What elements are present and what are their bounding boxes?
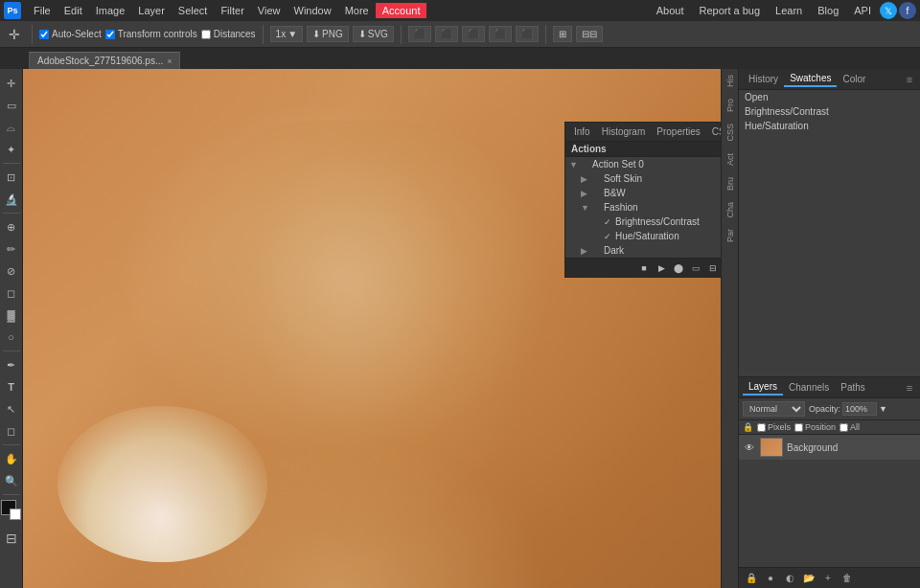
facebook-icon[interactable]: f xyxy=(899,2,916,19)
rab-his[interactable]: His xyxy=(722,69,738,93)
lf-lock-btn[interactable]: 🔒 xyxy=(743,570,760,587)
lf-new-btn[interactable]: + xyxy=(819,570,837,587)
transform-input[interactable] xyxy=(105,30,115,39)
clone-tool[interactable]: ⊘ xyxy=(1,260,22,282)
background-color[interactable] xyxy=(10,509,21,520)
menu-edit[interactable]: Edit xyxy=(58,3,89,18)
png-export[interactable]: ⬇ PNG xyxy=(307,26,349,42)
menu-image[interactable]: Image xyxy=(89,3,132,18)
tab-paths[interactable]: Paths xyxy=(835,380,871,395)
warp-btn[interactable]: ⊟⊟ xyxy=(576,26,603,42)
panel-menu-icon[interactable]: ≡ xyxy=(903,73,916,86)
ap-new-btn[interactable]: ⊟ xyxy=(705,260,721,276)
svg-export[interactable]: ⬇ SVG xyxy=(353,26,394,42)
action-dark[interactable]: ▶ Dark xyxy=(565,243,721,258)
tab-color[interactable]: Color xyxy=(837,72,871,86)
lock-all[interactable]: All xyxy=(840,422,860,432)
align-btn-5[interactable]: ⬛ xyxy=(516,26,539,42)
hand-tool[interactable]: ✋ xyxy=(1,448,22,469)
tab-close[interactable]: × xyxy=(167,57,172,66)
lock-position-input[interactable] xyxy=(794,423,803,432)
ap-tab-histogram[interactable]: Histogram xyxy=(597,124,651,139)
layers-menu-icon[interactable]: ≡ xyxy=(903,381,916,395)
lf-adjust-btn[interactable]: ◐ xyxy=(781,570,798,587)
twitter-icon[interactable]: 𝕏 xyxy=(880,2,897,19)
ap-tab-css[interactable]: CSS xyxy=(707,124,721,139)
magic-wand-tool[interactable]: ✦ xyxy=(1,139,22,160)
menu-view[interactable]: View xyxy=(251,3,288,18)
hist-item-hue[interactable]: Hue/Saturation xyxy=(739,119,920,133)
lasso-tool[interactable]: ⌓ xyxy=(1,117,22,138)
align-btn-3[interactable]: ⬛ xyxy=(462,26,485,42)
align-btn-1[interactable]: ⬛ xyxy=(408,26,431,42)
dodge-tool[interactable]: ○ xyxy=(1,327,22,348)
opacity-arrow[interactable]: ▼ xyxy=(879,404,887,414)
layer-background-row[interactable]: 👁 Background xyxy=(739,435,920,460)
crop-tool[interactable]: ⊡ xyxy=(1,167,22,188)
select-tool[interactable]: ▭ xyxy=(1,95,22,116)
transform-btn[interactable]: ⊞ xyxy=(553,26,572,42)
zoom-select[interactable]: 1x ▼ xyxy=(270,26,303,42)
action-fashion[interactable]: ▼ Fashion xyxy=(565,200,721,215)
rab-css[interactable]: CSS xyxy=(722,118,738,147)
transform-checkbox[interactable]: Transform controls xyxy=(105,29,197,39)
rab-act[interactable]: Act xyxy=(722,147,738,171)
layer-visibility-icon[interactable]: 👁 xyxy=(743,441,756,454)
align-btn-2[interactable]: ⬛ xyxy=(435,26,458,42)
ap-tab-properties[interactable]: Properties xyxy=(652,124,705,139)
zoom-tool[interactable]: 🔍 xyxy=(1,470,22,491)
shape-tool[interactable]: ◻ xyxy=(1,420,22,441)
path-select-tool[interactable]: ↖ xyxy=(1,398,22,419)
text-tool[interactable]: T xyxy=(1,376,22,397)
rab-par[interactable]: Par xyxy=(722,223,738,248)
menu-account[interactable]: Account xyxy=(376,3,427,18)
menu-blog[interactable]: Blog xyxy=(811,3,845,18)
menu-filter[interactable]: Filter xyxy=(214,3,250,18)
menu-api[interactable]: API xyxy=(847,3,878,18)
lf-fill-btn[interactable]: ● xyxy=(762,570,779,587)
hist-item-brightness[interactable]: Brightness/Contrast xyxy=(739,104,920,119)
rab-bru[interactable]: Bru xyxy=(722,171,738,196)
menu-reportbug[interactable]: Report a bug xyxy=(692,3,767,18)
menu-file[interactable]: File xyxy=(27,3,58,18)
brush-tool[interactable]: ✏ xyxy=(1,238,22,260)
menu-window[interactable]: Window xyxy=(288,3,338,18)
distances-input[interactable] xyxy=(201,30,211,39)
blend-mode-select[interactable]: Normal xyxy=(743,401,805,417)
rab-pro[interactable]: Pro xyxy=(722,93,738,118)
action-set-0[interactable]: ▼ Action Set 0 xyxy=(565,157,721,171)
file-tab[interactable]: AdobeStock_277519606.ps... × xyxy=(29,52,180,69)
gradient-tool[interactable]: ▓ xyxy=(1,305,22,326)
opacity-input[interactable] xyxy=(842,402,877,416)
action-brightness-contrast[interactable]: ✓ Brightness/Contrast xyxy=(565,215,721,229)
lock-all-input[interactable] xyxy=(840,423,848,432)
pen-tool[interactable]: ✒ xyxy=(1,354,22,375)
tab-history[interactable]: History xyxy=(743,72,784,86)
distances-checkbox[interactable]: Distances xyxy=(201,29,256,39)
ap-folder-btn[interactable]: ▭ xyxy=(688,260,703,276)
lock-position[interactable]: Position xyxy=(794,422,836,432)
tab-swatches[interactable]: Swatches xyxy=(784,71,837,87)
tab-layers[interactable]: Layers xyxy=(743,379,783,396)
menu-learn[interactable]: Learn xyxy=(769,3,809,18)
align-btn-4[interactable]: ⬛ xyxy=(489,26,512,42)
menu-more[interactable]: More xyxy=(338,3,376,18)
action-hue-saturation[interactable]: ✓ Hue/Saturation xyxy=(565,229,721,243)
ap-stop-btn[interactable]: ■ xyxy=(636,260,652,276)
heal-tool[interactable]: ⊕ xyxy=(1,216,22,237)
eyedropper-tool[interactable]: 🔬 xyxy=(1,189,22,210)
rab-cha[interactable]: Cha xyxy=(722,196,738,224)
autoselect-checkbox[interactable]: Auto-Select xyxy=(39,29,102,39)
lock-pixels[interactable]: Pixels xyxy=(757,422,791,432)
lf-delete-btn[interactable]: 🗑 xyxy=(839,570,856,587)
menu-layer[interactable]: Layer xyxy=(131,3,172,18)
tab-channels[interactable]: Channels xyxy=(783,380,835,395)
action-bw[interactable]: ▶ B&W xyxy=(565,186,721,200)
ap-tab-info[interactable]: Info xyxy=(569,124,595,139)
move-tool[interactable]: ✛ xyxy=(1,73,22,94)
menu-about[interactable]: About xyxy=(650,3,691,18)
lf-group-btn[interactable]: 📂 xyxy=(800,570,817,587)
lock-pixels-input[interactable] xyxy=(757,423,766,432)
ap-record-btn[interactable]: ⬤ xyxy=(671,260,686,276)
ap-play-btn[interactable]: ▶ xyxy=(654,260,669,276)
